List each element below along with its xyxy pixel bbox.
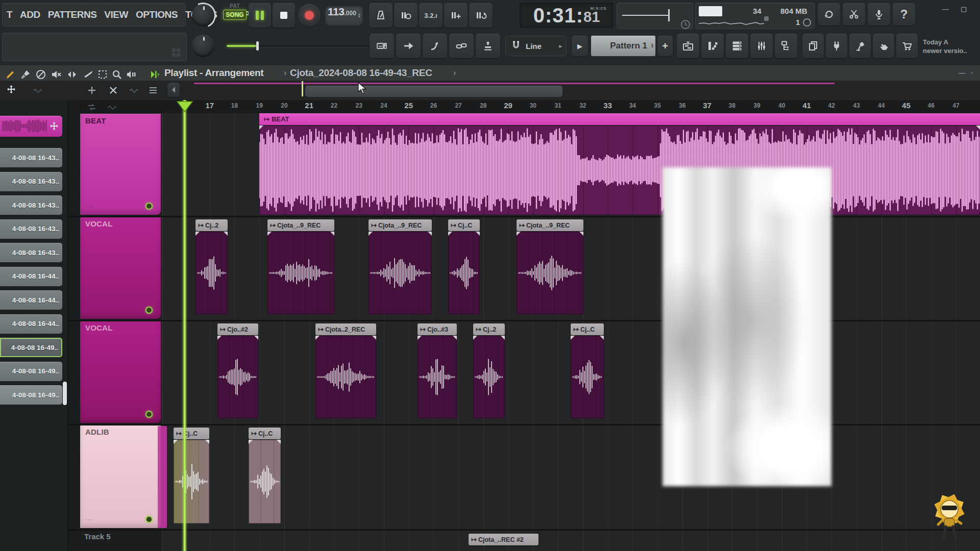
sidebar-item[interactable]: 4-08-08 16-43.. (0, 195, 62, 215)
browser-panel-button[interactable] (775, 34, 797, 58)
horizontal-scrollbar-thumb[interactable] (305, 86, 562, 97)
pat-label[interactable]: PAT (223, 3, 247, 9)
ruler-bar-42[interactable]: 42 (828, 102, 835, 109)
ruler-bar-47[interactable]: 47 (952, 102, 959, 109)
ruler-bar-29[interactable]: 29 (504, 101, 512, 110)
clip-cjota-2-rec[interactable]: ↦Cjota..2_REC (315, 323, 376, 418)
cut-tool-button[interactable] (843, 3, 865, 26)
menu-item-add[interactable]: ADD (20, 9, 40, 20)
clip-sliver[interactable] (158, 426, 167, 528)
sidebar-item[interactable]: 4-08-08 16-44.. (0, 314, 62, 334)
mic-record-button[interactable] (868, 3, 890, 26)
window-maximize-button[interactable]: ▢ (961, 5, 967, 13)
song-position-panel[interactable] (617, 3, 693, 29)
pattern-stepper[interactable]: ▴▾ (651, 43, 653, 48)
ruler-bar-28[interactable]: 28 (480, 102, 486, 109)
sidebar-item[interactable]: 4-08-08 16-43.. (0, 148, 62, 167)
loop-record-button[interactable] (469, 3, 493, 28)
ruler-bar-30[interactable]: 30 (530, 102, 536, 109)
clip-cjota-rec-#2[interactable]: ↦Cjota_..REC #2 (469, 534, 538, 547)
track-header-adlib[interactable]: ADLIB... (80, 425, 161, 528)
track-dots[interactable]: ... (85, 514, 94, 522)
ruler-bar-34[interactable]: 34 (629, 102, 636, 109)
ruler-bar-38[interactable]: 38 (729, 102, 736, 109)
track-header-vocal[interactable]: VOCAL (80, 321, 161, 423)
ruler-bar-37[interactable]: 37 (703, 101, 712, 110)
sidebar-item[interactable]: 4-08-08 16-44.. (0, 290, 62, 310)
ruler-bar-45[interactable]: 45 (902, 101, 911, 110)
ruler-bar-23[interactable]: 23 (355, 102, 362, 109)
time-display[interactable]: 0:31: 81 M:S:CS (520, 3, 614, 28)
countdown-button[interactable]: 3.2.ı (419, 3, 443, 28)
ruler-bar-20[interactable]: 20 (281, 102, 287, 109)
clip-cjo-#3[interactable]: ↦Cjo..#3 (418, 323, 457, 418)
clip-beat[interactable]: ↦BEAT (259, 113, 980, 215)
ruler-bar-24[interactable]: 24 (380, 102, 387, 109)
clip-cj-2[interactable]: ↦Cj..2 (195, 219, 228, 314)
paint-tool-icon[interactable] (19, 68, 32, 81)
wait-for-input-button[interactable] (394, 3, 418, 28)
slider-thumb[interactable] (256, 41, 259, 51)
one-click-record-button[interactable] (849, 34, 871, 58)
clip-cj-c[interactable]: ↦Cj..C (448, 219, 480, 314)
ruler-bar-27[interactable]: 27 (455, 102, 461, 109)
playlist-detach-button[interactable]: ▫ (971, 69, 973, 77)
stop-button[interactable] (273, 3, 295, 28)
menu-item-cut[interactable]: T (7, 9, 12, 20)
playlist-menu-icon[interactable] (149, 68, 161, 81)
slice-tool-icon[interactable] (82, 68, 94, 81)
sidebar-item[interactable]: 4-08-08 16-49.. (0, 385, 62, 405)
playlist-panel-button[interactable] (677, 34, 699, 58)
scroll-left-button[interactable] (167, 83, 180, 97)
plugin-button[interactable] (826, 34, 847, 58)
snap-selector[interactable]: Line ▸ (505, 36, 567, 56)
ruler-bar-22[interactable]: 22 (331, 102, 337, 109)
main-pitch-knob[interactable] (192, 35, 214, 57)
track-header-beat[interactable]: BEAT... (80, 114, 161, 215)
tempo-display[interactable]: 113.000 ▴▾ (325, 6, 363, 25)
clip-cj-c[interactable]: ↦Cj..C (174, 428, 209, 523)
tempo-stepper[interactable]: ▴▾ (358, 13, 360, 18)
shop-button[interactable] (896, 34, 918, 58)
track5-name[interactable]: Track 5 (84, 532, 111, 541)
ruler-bar-32[interactable]: 32 (579, 102, 586, 109)
ruler-bar-19[interactable]: 19 (256, 102, 263, 109)
update-notice[interactable]: Today A newer versio.. (923, 38, 979, 55)
ruler-bar-17[interactable]: 17 (205, 101, 214, 110)
close-icon[interactable] (107, 84, 119, 96)
sidebar-item[interactable]: 4-08-08 16-43.. (0, 172, 62, 191)
playlist-minimize-button[interactable]: — (959, 69, 965, 77)
ruler-bar-18[interactable]: 18 (231, 102, 238, 109)
slide-icon[interactable] (32, 85, 44, 97)
clip-cjota-9-rec[interactable]: ↦Cjota_..9_REC (517, 219, 583, 314)
channel-rack-panel-button[interactable] (726, 34, 748, 58)
sidebar-item[interactable]: 4-08-08 16-49.. (0, 338, 62, 357)
window-minimize-button[interactable]: — (942, 5, 949, 13)
draw-tool-icon[interactable] (4, 68, 16, 81)
piano-roll-panel-button[interactable] (701, 34, 724, 58)
ruler-bar-44[interactable]: 44 (878, 102, 885, 109)
timeline-ruler[interactable]: 1617181920212223242526272829303132333435… (67, 100, 980, 114)
clip-cjo-#2[interactable]: ↦Cjo..#2 (217, 323, 258, 418)
track-header-vocal[interactable]: VOCAL (80, 217, 161, 319)
ruler-bar-39[interactable]: 39 (753, 102, 760, 109)
playback-tool-icon[interactable] (125, 68, 137, 81)
help-button[interactable]: ? (893, 3, 915, 26)
menu-item-options[interactable]: OPTIONS (136, 9, 178, 20)
clip-cj-c[interactable]: ↦Cj..C (249, 428, 281, 523)
link-button[interactable] (449, 34, 474, 58)
track-active-dot[interactable] (145, 203, 153, 210)
track-active-dot[interactable] (145, 516, 153, 523)
ruler-bar-31[interactable]: 31 (554, 102, 561, 109)
ruler-bar-46[interactable]: 46 (928, 102, 935, 109)
clip-cj-2[interactable]: ↦Cj..2 (473, 323, 505, 418)
song-position-track[interactable] (622, 15, 669, 16)
automation-icon[interactable] (128, 85, 140, 97)
clipboard-button[interactable] (802, 34, 824, 58)
zoom-tool-icon[interactable] (111, 68, 123, 81)
select-tool-icon[interactable] (96, 68, 109, 81)
ruler-bar-41[interactable]: 41 (802, 101, 811, 110)
clip-cjota-9-rec[interactable]: ↦Cjota_..9_REC (369, 219, 432, 314)
menu-item-patterns[interactable]: PATTERNS (48, 9, 97, 20)
sidebar-item[interactable]: 4-08-08 16-43.. (0, 219, 62, 239)
